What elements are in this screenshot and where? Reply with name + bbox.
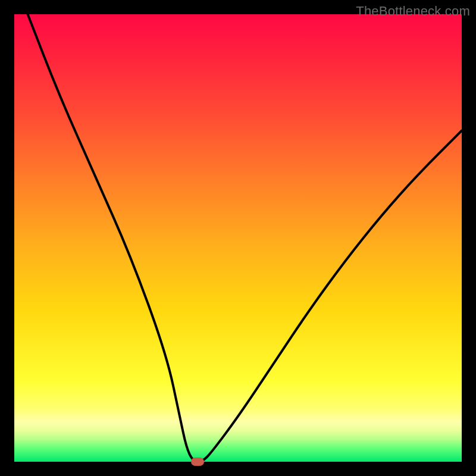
watermark-text: TheBottleneck.com xyxy=(356,4,470,19)
minimum-marker xyxy=(191,458,204,466)
bottleneck-curve xyxy=(28,14,462,462)
chart-frame: TheBottleneck.com xyxy=(0,0,476,476)
curve-svg xyxy=(14,14,462,462)
chart-plot-area xyxy=(14,14,462,462)
